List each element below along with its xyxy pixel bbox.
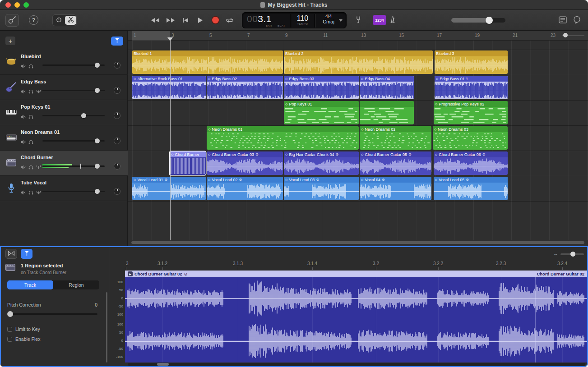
mute-icon[interactable] [21, 62, 26, 70]
rewind-button[interactable] [151, 18, 160, 24]
region[interactable]: ◇Chord Burner [170, 151, 206, 175]
region[interactable]: ◇Neon Dreams 01 [207, 126, 359, 150]
go-to-beginning-button[interactable] [182, 18, 189, 24]
playhead-handle[interactable] [167, 37, 173, 41]
track-header[interactable]: Pop Keys 01 [0, 100, 128, 125]
region[interactable]: ◇Vocal Lead 01⊙ [132, 177, 206, 200]
mute-icon[interactable] [21, 113, 26, 121]
region[interactable]: ◇Alternative Rock Bass 01 [132, 76, 206, 99]
record-button[interactable] [212, 17, 219, 23]
region[interactable]: ◇Big Hair Guitar Chunk 04⊙ [284, 151, 359, 175]
region[interactable]: ◇Edgy Bass 01.1 [435, 76, 508, 99]
mute-icon[interactable] [21, 188, 26, 197]
editor-scrollbar-thumb[interactable] [157, 363, 169, 366]
tuning-fork-button[interactable] [356, 16, 361, 25]
add-track-button[interactable]: + [5, 37, 15, 45]
tab-track[interactable]: Track [7, 280, 53, 289]
smart-controls-button[interactable] [53, 15, 65, 26]
region[interactable]: ◇Vocal Lead 02⊙ [207, 177, 283, 200]
volume-thumb[interactable] [95, 189, 100, 194]
input-monitor-icon[interactable] [36, 163, 41, 171]
inspector-scrollbar[interactable] [106, 292, 107, 362]
timeline-ruler[interactable]: 1357911131517192123 [128, 31, 588, 41]
count-in-button[interactable]: 1234 [373, 15, 386, 25]
pan-knob[interactable] [114, 112, 120, 119]
tracks-area[interactable]: 1357911131517192123Bluebird 1Bluebird 2B… [128, 31, 588, 246]
quick-help-button[interactable] [573, 16, 581, 25]
region[interactable]: ◇Edgy Bass 04 [360, 76, 414, 99]
pan-knob[interactable] [114, 138, 120, 144]
solo-icon[interactable] [28, 87, 33, 96]
region[interactable]: ◇Progressive Pop Keys 02 [434, 101, 508, 124]
master-volume-slider[interactable] [451, 18, 505, 23]
track-header[interactable]: Chord Burner [0, 151, 128, 176]
track-header[interactable]: Bluebird [0, 50, 128, 75]
region[interactable]: Bluebird 1 [132, 50, 283, 74]
mute-icon[interactable] [21, 138, 26, 146]
limit-to-key-checkbox[interactable] [7, 327, 12, 332]
fast-forward-button[interactable] [166, 18, 175, 24]
timeline-zoom-thumb[interactable] [563, 33, 568, 37]
editor-zoom-thumb[interactable] [570, 252, 575, 257]
region[interactable]: ◇Chord Burner Guitar 03⊙ [207, 151, 283, 175]
solo-icon[interactable] [28, 163, 33, 171]
region-play-icon[interactable]: ▶ [128, 271, 133, 276]
pan-knob[interactable] [114, 163, 120, 170]
pitch-correction-slider[interactable] [7, 313, 97, 315]
pan-knob[interactable] [114, 188, 120, 195]
region[interactable]: ◇Chord Burner Guitar 06⊙ [434, 151, 508, 175]
mute-icon[interactable] [21, 163, 26, 171]
notepad-button[interactable] [559, 16, 567, 25]
volume-slider[interactable] [42, 115, 105, 116]
region[interactable]: ◇Edgy Bass 03 [284, 76, 359, 99]
region[interactable]: Bluebird 3 [435, 50, 508, 74]
volume-thumb[interactable] [95, 164, 100, 169]
region[interactable]: ◇Vocal Lead 03⊙ [284, 177, 359, 200]
pan-knob[interactable] [114, 87, 120, 94]
help-button[interactable]: ? [29, 15, 38, 25]
region[interactable]: Bluebird 2 [284, 50, 433, 74]
input-monitor-icon[interactable] [36, 188, 41, 197]
volume-thumb[interactable] [95, 138, 100, 143]
metronome-button[interactable] [389, 16, 396, 25]
limit-to-key-label: Limit to Key [15, 326, 40, 332]
region[interactable]: ◇Neon Dreams 03 [433, 126, 508, 150]
solo-icon[interactable] [28, 113, 33, 121]
lcd-display[interactable]: 003.1 BAR BEAT 110 TEMPO 4/4 Cmaj [242, 12, 347, 28]
region[interactable] [360, 101, 414, 124]
track-header[interactable]: Edgy Bass [0, 75, 128, 100]
chevron-down-icon[interactable] [339, 19, 343, 22]
solo-icon[interactable] [28, 188, 33, 197]
master-volume-thumb[interactable] [486, 17, 493, 24]
library-button[interactable] [5, 14, 19, 27]
region[interactable]: ◇Chord Burner Guitar 05⊙ [360, 151, 431, 175]
cycle-button[interactable] [226, 18, 234, 24]
volume-thumb[interactable] [81, 113, 86, 118]
catch-playhead-button[interactable] [21, 249, 32, 259]
tab-region[interactable]: Region [53, 280, 99, 289]
play-button[interactable] [198, 17, 203, 25]
region[interactable]: ◇Edgy Bass 02 [207, 76, 283, 99]
editor-ruler-tick [376, 267, 376, 270]
region[interactable]: ◇Pop Keys 01 [284, 101, 359, 124]
region[interactable]: ◇Neon Dreams 02 [360, 126, 431, 150]
region[interactable]: ◇Vocal Lead 05⊙ [434, 177, 508, 200]
input-monitor-icon[interactable] [36, 87, 41, 96]
horizontal-scrollbar[interactable] [131, 241, 584, 244]
volume-thumb[interactable] [95, 88, 100, 93]
enable-flex-checkbox[interactable] [7, 337, 12, 342]
pan-knob[interactable] [114, 62, 120, 69]
editor-waveform-area[interactable] [125, 277, 587, 362]
track-header[interactable]: Neon Dreams 01 [0, 125, 128, 151]
catch-playhead-button[interactable] [111, 37, 123, 46]
pitch-correction-thumb[interactable] [7, 311, 13, 317]
solo-icon[interactable] [28, 62, 33, 70]
mute-icon[interactable] [21, 87, 26, 96]
track-header[interactable]: Tube Vocal [0, 176, 128, 201]
volume-thumb[interactable] [95, 63, 100, 68]
editors-button[interactable] [65, 16, 76, 25]
flex-button[interactable] [5, 249, 17, 259]
editor-region-titlebar[interactable]: ▶ Chord Burner Guitar 02 ⊙ Chord Burner … [125, 271, 587, 277]
solo-icon[interactable] [28, 138, 33, 146]
region[interactable]: ◇Vocal 04⊙ [360, 177, 431, 200]
